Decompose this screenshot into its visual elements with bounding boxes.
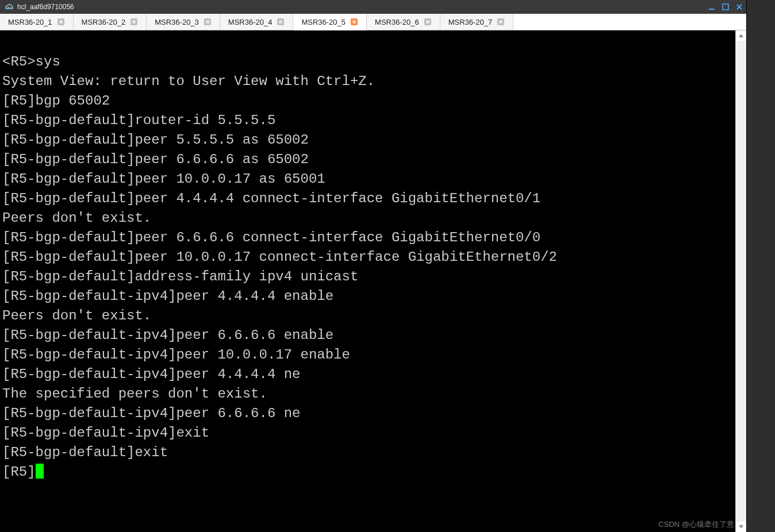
tab-label: MSR36-20_3 <box>155 18 199 26</box>
scroll-down-icon[interactable] <box>736 522 746 532</box>
tab-MSR36-20_1[interactable]: MSR36-20_1 <box>0 14 74 30</box>
tab-close-icon[interactable] <box>277 18 285 26</box>
terminal-output[interactable]: <R5>sys System View: return to User View… <box>0 30 735 532</box>
app-window: hcl_aaf6d9710056 MSR36-20_1MSR36-20_2MSR… <box>0 0 746 532</box>
tab-close-icon[interactable] <box>497 18 505 26</box>
svg-point-1 <box>8 7 9 8</box>
window-title: hcl_aaf6d9710056 <box>17 3 705 11</box>
terminal-cursor <box>36 464 44 479</box>
svg-rect-3 <box>709 9 715 10</box>
tab-close-icon[interactable] <box>424 18 432 26</box>
tab-close-icon[interactable] <box>130 18 138 26</box>
tab-label: MSR36-20_4 <box>228 18 273 26</box>
maximize-button[interactable] <box>719 1 732 13</box>
tab-label: MSR36-20_2 <box>82 18 126 26</box>
svg-rect-4 <box>723 4 728 10</box>
tab-MSR36-20_5[interactable]: MSR36-20_5 <box>293 14 367 30</box>
tab-MSR36-20_7[interactable]: MSR36-20_7 <box>440 14 514 30</box>
svg-point-2 <box>10 7 11 8</box>
tab-MSR36-20_2[interactable]: MSR36-20_2 <box>74 14 147 30</box>
tab-MSR36-20_4[interactable]: MSR36-20_4 <box>220 14 294 30</box>
vertical-scrollbar[interactable] <box>735 30 746 532</box>
minimize-button[interactable] <box>705 1 719 13</box>
titlebar[interactable]: hcl_aaf6d9710056 <box>0 0 746 14</box>
terminal-area: <R5>sys System View: return to User View… <box>0 30 746 532</box>
tab-label: MSR36-20_5 <box>301 18 346 26</box>
svg-point-0 <box>6 7 7 8</box>
tab-label: MSR36-20_1 <box>8 18 52 26</box>
tab-MSR36-20_6[interactable]: MSR36-20_6 <box>367 14 440 30</box>
close-button[interactable] <box>732 1 746 13</box>
terminal-prompt: [R5] <box>2 464 36 480</box>
scroll-track[interactable] <box>736 41 746 522</box>
tab-close-icon[interactable] <box>350 18 358 26</box>
app-icon <box>3 2 14 12</box>
scroll-up-icon[interactable] <box>736 30 746 41</box>
tab-label: MSR36-20_7 <box>448 18 493 26</box>
tab-close-icon[interactable] <box>204 18 212 26</box>
tab-bar: MSR36-20_1MSR36-20_2MSR36-20_3MSR36-20_4… <box>0 14 746 30</box>
tab-label: MSR36-20_6 <box>375 18 419 26</box>
tab-MSR36-20_3[interactable]: MSR36-20_3 <box>147 14 220 30</box>
tab-close-icon[interactable] <box>57 18 65 26</box>
